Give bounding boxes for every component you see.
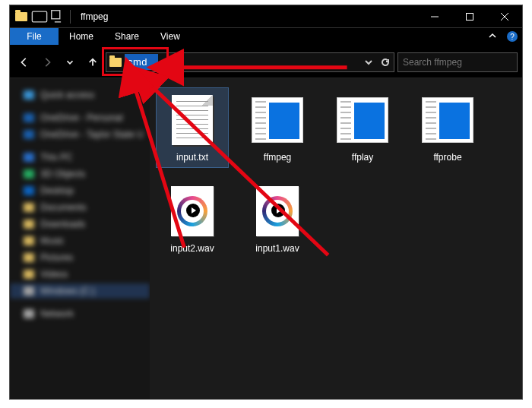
help-icon: ? bbox=[507, 31, 518, 42]
nav-history-dropdown[interactable] bbox=[60, 52, 80, 72]
nav-bar bbox=[10, 46, 522, 78]
tab-share[interactable]: Share bbox=[104, 28, 150, 45]
svg-rect-2 bbox=[467, 13, 473, 20]
file-thumbnail bbox=[165, 93, 220, 147]
address-input[interactable] bbox=[125, 54, 158, 70]
file-thumbnail bbox=[335, 93, 390, 147]
divider bbox=[70, 10, 71, 24]
close-button[interactable] bbox=[487, 5, 522, 28]
file-item[interactable]: input2.wav bbox=[156, 179, 229, 259]
sidebar-item-label: Network bbox=[40, 308, 74, 319]
sidebar-item-label: Quick access bbox=[40, 90, 94, 100]
file-thumbnail bbox=[165, 184, 220, 239]
window-title: ffmpeg bbox=[76, 11, 417, 22]
qat-dropdown[interactable] bbox=[49, 8, 66, 25]
nav-back-button[interactable] bbox=[14, 52, 34, 72]
nav-up-button[interactable] bbox=[83, 52, 103, 72]
file-label: ffplay bbox=[352, 152, 373, 163]
file-label: ffprobe bbox=[433, 152, 461, 163]
explorer-window: ffmpeg File Home Share View ? bbox=[9, 5, 523, 400]
file-item[interactable]: ffprobe bbox=[411, 87, 484, 168]
refresh-button[interactable] bbox=[377, 53, 394, 71]
nav-forward-button[interactable] bbox=[37, 52, 57, 72]
file-thumbnail bbox=[250, 93, 305, 147]
svg-rect-1 bbox=[52, 10, 60, 18]
file-thumbnail bbox=[250, 184, 305, 239]
sidebar-item-label: Pictures bbox=[40, 252, 73, 263]
file-item[interactable]: input1.wav bbox=[241, 179, 314, 259]
file-thumbnail bbox=[420, 93, 475, 147]
sidebar-item-label: Music bbox=[40, 236, 64, 246]
file-label: input2.wav bbox=[170, 243, 214, 254]
body: Quick access OneDrive - Personal OneDriv… bbox=[10, 78, 522, 399]
sidebar-item-label: Documents bbox=[40, 202, 87, 213]
search-box[interactable] bbox=[397, 52, 518, 72]
tab-view[interactable]: View bbox=[150, 28, 191, 45]
tab-home[interactable]: Home bbox=[59, 28, 104, 45]
ribbon: File Home Share View ? bbox=[10, 28, 522, 46]
file-item[interactable]: ffplay bbox=[326, 87, 399, 168]
sidebar-item-label: Downloads bbox=[40, 219, 85, 229]
sidebar-item-label: Videos bbox=[40, 269, 68, 280]
app-icon bbox=[13, 8, 30, 25]
ribbon-collapse-button[interactable] bbox=[483, 28, 502, 45]
svg-rect-0 bbox=[32, 11, 46, 22]
sidebar-item-label: This PC bbox=[40, 152, 73, 163]
title-bar: ffmpeg bbox=[10, 5, 522, 28]
nav-pane[interactable]: Quick access OneDrive - Personal OneDriv… bbox=[10, 78, 150, 399]
address-bar[interactable] bbox=[106, 52, 394, 72]
search-input[interactable] bbox=[403, 57, 517, 68]
file-pane[interactable]: input.txtffmpegffplayffprobeinput2.wavin… bbox=[150, 78, 522, 399]
sidebar-item-label: Windows (C:) bbox=[40, 286, 95, 296]
file-label: ffmpeg bbox=[264, 152, 291, 163]
address-history-dropdown[interactable] bbox=[360, 53, 377, 71]
sidebar-item-label: 3D Objects bbox=[40, 169, 85, 179]
file-label: input1.wav bbox=[255, 243, 299, 254]
file-item[interactable]: input.txt bbox=[156, 87, 229, 168]
qat-button[interactable] bbox=[31, 8, 48, 25]
file-label: input.txt bbox=[176, 152, 208, 163]
sidebar-item-label: OneDrive - Personal bbox=[40, 112, 123, 123]
file-item[interactable]: ffmpeg bbox=[241, 87, 314, 168]
tab-file[interactable]: File bbox=[10, 28, 59, 45]
sidebar-item-label: OneDrive - Taylor State U bbox=[40, 129, 144, 140]
minimize-button[interactable] bbox=[417, 5, 452, 28]
help-button[interactable]: ? bbox=[502, 28, 522, 45]
maximize-button[interactable] bbox=[452, 5, 487, 28]
address-folder-icon bbox=[106, 58, 125, 67]
sidebar-item-label: Desktop bbox=[40, 185, 74, 196]
